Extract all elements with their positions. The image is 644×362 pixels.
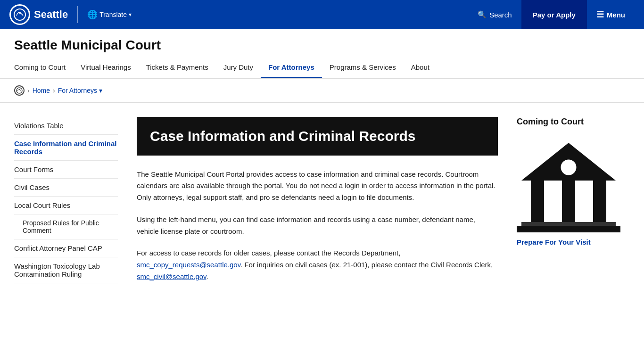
nav-link-for-attorneys[interactable]: For Attorneys: [261, 59, 322, 78]
nav-link-tickets-payments[interactable]: Tickets & Payments: [139, 59, 216, 77]
svg-point-3: [19, 89, 20, 90]
svg-rect-6: [531, 181, 544, 228]
article-para-2: Using the left-hand menu, you can find c…: [137, 214, 498, 238]
breadcrumb-current: For Attorneys ▾: [58, 87, 102, 94]
translate-button[interactable]: 🌐 Translate ▾: [87, 9, 132, 20]
main-article: Case Information and Criminal Records Th…: [137, 117, 498, 293]
top-bar: Seattle 🌐 Translate ▾ 🔍 Search Pay or Ap…: [0, 0, 644, 29]
sidebar-item-proposed-rules: Proposed Rules for Public Comment: [14, 214, 118, 239]
sidebar-link-proposed-rules[interactable]: Proposed Rules for Public Comment: [23, 219, 99, 234]
divider: [77, 6, 78, 23]
pay-or-apply-button[interactable]: Pay or Apply: [521, 0, 587, 29]
menu-icon: ☰: [596, 9, 604, 20]
sidebar-item-toxicology: Washington Toxicology Lab Contamination …: [14, 257, 118, 283]
article-body: The Seattle Municipal Court Portal provi…: [137, 169, 498, 283]
site-title: Seattle Municipal Court: [14, 38, 630, 53]
sidebar-item-violations: Violations Table: [14, 117, 118, 135]
seattle-logo[interactable]: Seattle: [9, 4, 68, 25]
svg-rect-8: [593, 181, 606, 228]
nav-programs-services: Programs & Services: [322, 59, 404, 78]
nav-link-programs-services[interactable]: Programs & Services: [322, 59, 404, 77]
page-title: Case Information and Criminal Records: [150, 127, 485, 145]
prepare-visit-link[interactable]: Prepare For Your Visit: [517, 238, 591, 246]
nav-link-coming-to-court[interactable]: Coming to Court: [14, 59, 73, 77]
svg-rect-10: [521, 222, 616, 226]
sidebar-item-conflict-attorney: Conflict Attorney Panel CAP: [14, 239, 118, 257]
email-link-copy-requests[interactable]: smc_copy_requests@seattle.gov: [137, 261, 240, 269]
nav-link-virtual-hearings[interactable]: Virtual Hearings: [73, 59, 138, 77]
main-nav: Coming to Court Virtual Hearings Tickets…: [14, 59, 630, 78]
sidebar-item-court-forms: Court Forms: [14, 161, 118, 179]
breadcrumb-home[interactable]: Home: [33, 87, 50, 94]
sidebar-item-case-info: Case Information and Criminal Records: [14, 135, 118, 161]
right-sidebar-title: Coming to Court: [517, 117, 630, 127]
search-button[interactable]: 🔍 Search: [468, 0, 521, 29]
email-link-civil[interactable]: smc_civil@seattle.gov: [137, 272, 206, 280]
sidebar-link-conflict-attorney[interactable]: Conflict Attorney Panel CAP: [14, 244, 102, 252]
nav-tickets-payments: Tickets & Payments: [139, 59, 216, 78]
nav-about: About: [404, 59, 437, 78]
nav-link-about[interactable]: About: [404, 59, 437, 77]
article-para-3: For access to case records for older cas…: [137, 247, 498, 282]
svg-rect-9: [517, 226, 620, 232]
article-para-1: The Seattle Municipal Court Portal provi…: [137, 169, 498, 204]
sidebar: Violations Table Case Information and Cr…: [14, 117, 118, 293]
nav-jury-duty: Jury Duty: [216, 59, 261, 78]
page-heading-box: Case Information and Criminal Records: [137, 117, 498, 156]
sidebar-link-court-forms[interactable]: Court Forms: [14, 165, 53, 173]
right-sidebar: Coming to Court Prepare For Your Visit: [517, 117, 630, 293]
translate-icon: 🌐: [87, 9, 98, 20]
breadcrumb-sep-2: ›: [53, 87, 55, 94]
top-bar-right: 🔍 Search Pay or Apply ☰ Menu: [468, 0, 635, 29]
nav-virtual-hearings: Virtual Hearings: [73, 59, 138, 78]
svg-point-0: [14, 9, 25, 20]
sidebar-link-case-info[interactable]: Case Information and Criminal Records: [14, 140, 117, 156]
svg-rect-7: [562, 181, 575, 228]
nav-for-attorneys: For Attorneys: [261, 59, 322, 78]
breadcrumb: › Home › For Attorneys ▾: [0, 79, 644, 103]
svg-point-1: [19, 12, 21, 14]
nav-coming-to-court: Coming to Court: [14, 59, 73, 78]
menu-button[interactable]: ☰ Menu: [587, 0, 635, 29]
search-icon: 🔍: [478, 10, 487, 19]
city-seal-icon: [9, 4, 30, 25]
sidebar-item-civil-cases: Civil Cases: [14, 179, 118, 197]
sidebar-link-civil-cases[interactable]: Civil Cases: [14, 183, 50, 191]
svg-point-2: [17, 88, 22, 93]
chevron-down-icon: ▾: [129, 11, 132, 18]
nav-link-jury-duty[interactable]: Jury Duty: [216, 59, 261, 77]
sidebar-link-local-court-rules[interactable]: Local Court Rules: [14, 201, 70, 209]
chevron-down-icon: ▾: [99, 87, 102, 94]
breadcrumb-sep-1: ›: [27, 87, 30, 94]
sidebar-link-toxicology[interactable]: Washington Toxicology Lab Contamination …: [14, 262, 100, 278]
sidebar-link-violations[interactable]: Violations Table: [14, 122, 64, 130]
sidebar-list: Violations Table Case Information and Cr…: [14, 117, 118, 283]
top-bar-left: Seattle 🌐 Translate ▾: [9, 4, 132, 25]
site-header: Seattle Municipal Court Coming to Court …: [0, 29, 644, 79]
sidebar-item-local-court-rules: Local Court Rules: [14, 197, 118, 214]
content-wrapper: Violations Table Case Information and Cr…: [0, 103, 644, 307]
breadcrumb-logo-icon: [14, 85, 25, 96]
court-building-image: [517, 133, 620, 232]
svg-point-5: [560, 159, 577, 176]
